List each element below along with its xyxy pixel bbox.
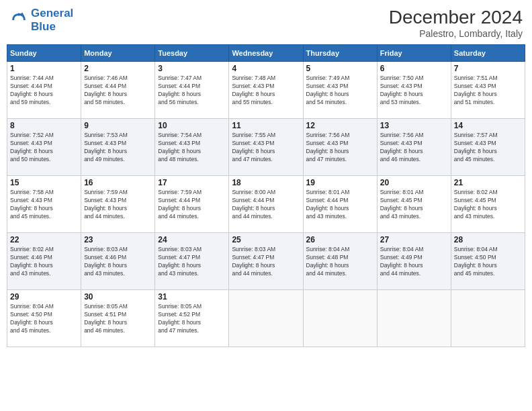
day-number: 8 [10, 121, 78, 130]
day-number: 25 [232, 235, 300, 244]
day-number: 27 [380, 235, 448, 244]
day-number: 4 [232, 64, 300, 73]
calendar-cell-w3-d6: 21Sunrise: 8:02 AMSunset: 4:45 PMDayligh… [451, 176, 525, 233]
calendar-cell-w5-d2: 31Sunrise: 8:05 AMSunset: 4:52 PMDayligh… [155, 290, 229, 347]
calendar-cell-w1-d5: 6Sunrise: 7:50 AMSunset: 4:43 PMDaylight… [377, 62, 451, 119]
day-number: 30 [84, 292, 152, 302]
day-number: 18 [232, 178, 300, 187]
calendar-cell-w5-d3 [229, 290, 303, 347]
day-info: Sunrise: 8:02 AMSunset: 4:46 PMDaylight:… [10, 246, 78, 278]
day-number: 7 [454, 64, 522, 73]
logo: General Blue [9, 7, 73, 34]
calendar-week-3: 15Sunrise: 7:58 AMSunset: 4:43 PMDayligh… [7, 176, 525, 233]
calendar-table: SundayMondayTuesdayWednesdayThursdayFrid… [7, 44, 525, 347]
day-number: 13 [380, 121, 448, 130]
day-info: Sunrise: 7:59 AMSunset: 4:44 PMDaylight:… [158, 189, 226, 221]
calendar-cell-w1-d4: 5Sunrise: 7:49 AMSunset: 4:43 PMDaylight… [303, 62, 377, 119]
day-number: 10 [158, 121, 226, 130]
day-info: Sunrise: 8:04 AMSunset: 4:49 PMDaylight:… [380, 246, 448, 278]
day-info: Sunrise: 7:44 AMSunset: 4:44 PMDaylight:… [10, 75, 78, 107]
day-info: Sunrise: 8:05 AMSunset: 4:52 PMDaylight:… [158, 303, 226, 335]
month-title: December 2024 [389, 7, 523, 28]
calendar-cell-w4-d6: 28Sunrise: 8:04 AMSunset: 4:50 PMDayligh… [451, 233, 525, 290]
calendar-cell-w1-d1: 2Sunrise: 7:46 AMSunset: 4:44 PMDaylight… [81, 62, 155, 119]
calendar-cell-w1-d3: 4Sunrise: 7:48 AMSunset: 4:43 PMDaylight… [229, 62, 303, 119]
day-number: 31 [158, 292, 226, 302]
calendar-cell-w1-d6: 7Sunrise: 7:51 AMSunset: 4:43 PMDaylight… [451, 62, 525, 119]
day-info: Sunrise: 8:01 AMSunset: 4:44 PMDaylight:… [306, 189, 374, 221]
day-info: Sunrise: 7:58 AMSunset: 4:43 PMDaylight:… [10, 189, 78, 221]
day-info: Sunrise: 7:47 AMSunset: 4:44 PMDaylight:… [158, 75, 226, 107]
day-number: 5 [306, 64, 374, 73]
day-info: Sunrise: 8:00 AMSunset: 4:44 PMDaylight:… [232, 189, 300, 221]
calendar-cell-w4-d3: 25Sunrise: 8:03 AMSunset: 4:47 PMDayligh… [229, 233, 303, 290]
calendar-cell-w5-d4 [303, 290, 377, 347]
calendar-cell-w2-d6: 14Sunrise: 7:57 AMSunset: 4:43 PMDayligh… [451, 119, 525, 176]
calendar-cell-w3-d3: 18Sunrise: 8:00 AMSunset: 4:44 PMDayligh… [229, 176, 303, 233]
calendar-week-4: 22Sunrise: 8:02 AMSunset: 4:46 PMDayligh… [7, 233, 525, 290]
day-number: 3 [158, 64, 226, 73]
day-info: Sunrise: 8:04 AMSunset: 4:50 PMDaylight:… [454, 246, 522, 278]
calendar-week-2: 8Sunrise: 7:52 AMSunset: 4:43 PMDaylight… [7, 119, 525, 176]
calendar-cell-w3-d4: 19Sunrise: 8:01 AMSunset: 4:44 PMDayligh… [303, 176, 377, 233]
day-info: Sunrise: 7:46 AMSunset: 4:44 PMDaylight:… [84, 75, 152, 107]
day-info: Sunrise: 8:04 AMSunset: 4:48 PMDaylight:… [306, 246, 374, 278]
weekday-header-tuesday: Tuesday [155, 45, 229, 62]
calendar-cell-w4-d1: 23Sunrise: 8:03 AMSunset: 4:46 PMDayligh… [81, 233, 155, 290]
day-number: 21 [454, 178, 522, 187]
day-info: Sunrise: 8:02 AMSunset: 4:45 PMDaylight:… [454, 189, 522, 221]
weekday-header-row: SundayMondayTuesdayWednesdayThursdayFrid… [7, 45, 525, 62]
day-info: Sunrise: 8:03 AMSunset: 4:47 PMDaylight:… [232, 246, 300, 278]
day-info: Sunrise: 7:56 AMSunset: 4:43 PMDaylight:… [306, 132, 374, 164]
calendar-cell-w2-d4: 12Sunrise: 7:56 AMSunset: 4:43 PMDayligh… [303, 119, 377, 176]
day-number: 16 [84, 178, 152, 187]
day-number: 12 [306, 121, 374, 130]
location: Palestro, Lombardy, Italy [389, 28, 523, 39]
calendar-cell-w5-d5 [377, 290, 451, 347]
day-number: 15 [10, 178, 78, 187]
calendar-cell-w1-d0: 1Sunrise: 7:44 AMSunset: 4:44 PMDaylight… [7, 62, 81, 119]
day-info: Sunrise: 7:51 AMSunset: 4:43 PMDaylight:… [454, 75, 522, 107]
calendar-cell-w3-d5: 20Sunrise: 8:01 AMSunset: 4:45 PMDayligh… [377, 176, 451, 233]
day-number: 1 [10, 64, 78, 73]
day-number: 20 [380, 178, 448, 187]
day-info: Sunrise: 7:53 AMSunset: 4:43 PMDaylight:… [84, 132, 152, 164]
weekday-header-monday: Monday [81, 45, 155, 62]
day-info: Sunrise: 8:01 AMSunset: 4:45 PMDaylight:… [380, 189, 448, 221]
weekday-header-friday: Friday [377, 45, 451, 62]
calendar-cell-w2-d1: 9Sunrise: 7:53 AMSunset: 4:43 PMDaylight… [81, 119, 155, 176]
day-number: 17 [158, 178, 226, 187]
day-info: Sunrise: 8:03 AMSunset: 4:46 PMDaylight:… [84, 246, 152, 278]
svg-point-0 [17, 13, 20, 16]
day-number: 11 [232, 121, 300, 130]
day-number: 2 [84, 64, 152, 73]
calendar-cell-w5-d0: 29Sunrise: 8:04 AMSunset: 4:50 PMDayligh… [7, 290, 81, 347]
calendar-cell-w2-d0: 8Sunrise: 7:52 AMSunset: 4:43 PMDaylight… [7, 119, 81, 176]
logo-icon [9, 11, 28, 30]
day-info: Sunrise: 7:49 AMSunset: 4:43 PMDaylight:… [306, 75, 374, 107]
day-number: 19 [306, 178, 374, 187]
calendar-cell-w2-d3: 11Sunrise: 7:55 AMSunset: 4:43 PMDayligh… [229, 119, 303, 176]
weekday-header-sunday: Sunday [7, 45, 81, 62]
calendar-body: 1Sunrise: 7:44 AMSunset: 4:44 PMDaylight… [7, 62, 525, 347]
logo-text: General Blue [31, 7, 73, 34]
weekday-header-saturday: Saturday [451, 45, 525, 62]
day-number: 23 [84, 235, 152, 244]
day-info: Sunrise: 7:59 AMSunset: 4:43 PMDaylight:… [84, 189, 152, 221]
day-info: Sunrise: 7:56 AMSunset: 4:43 PMDaylight:… [380, 132, 448, 164]
title-block: December 2024 Palestro, Lombardy, Italy [389, 7, 523, 39]
day-number: 26 [306, 235, 374, 244]
calendar-cell-w5-d1: 30Sunrise: 8:05 AMSunset: 4:51 PMDayligh… [81, 290, 155, 347]
day-number: 24 [158, 235, 226, 244]
day-number: 6 [380, 64, 448, 73]
calendar-cell-w2-d5: 13Sunrise: 7:56 AMSunset: 4:43 PMDayligh… [377, 119, 451, 176]
calendar-cell-w3-d1: 16Sunrise: 7:59 AMSunset: 4:43 PMDayligh… [81, 176, 155, 233]
calendar-cell-w4-d2: 24Sunrise: 8:03 AMSunset: 4:47 PMDayligh… [155, 233, 229, 290]
day-info: Sunrise: 8:04 AMSunset: 4:50 PMDaylight:… [10, 303, 78, 335]
calendar-cell-w1-d2: 3Sunrise: 7:47 AMSunset: 4:44 PMDaylight… [155, 62, 229, 119]
day-number: 9 [84, 121, 152, 130]
day-number: 29 [10, 292, 78, 302]
weekday-header-wednesday: Wednesday [229, 45, 303, 62]
day-number: 14 [454, 121, 522, 130]
calendar-cell-w3-d0: 15Sunrise: 7:58 AMSunset: 4:43 PMDayligh… [7, 176, 81, 233]
